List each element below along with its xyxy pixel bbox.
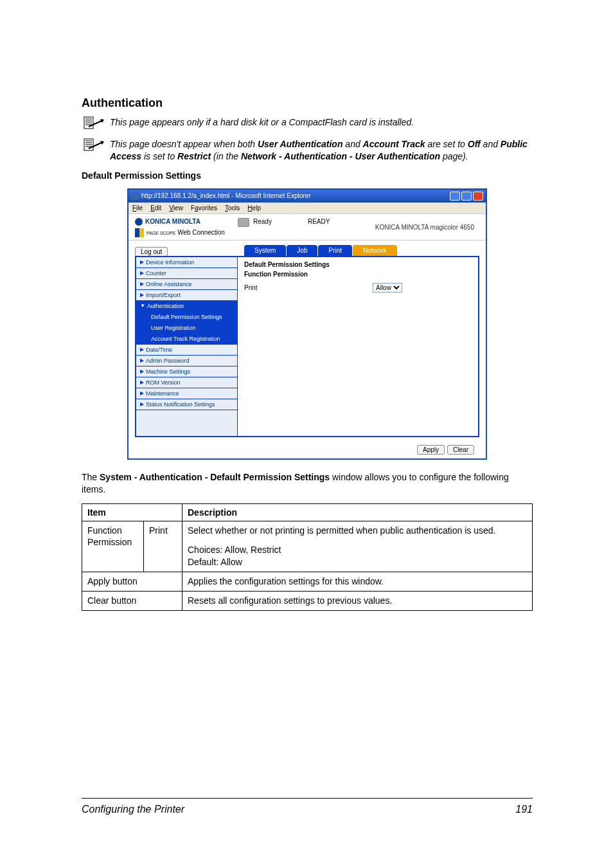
print-permission-label: Print: [244, 284, 373, 291]
subsection-heading: Default Permission Settings: [82, 170, 533, 181]
tab-print[interactable]: Print: [318, 245, 352, 256]
nav-account-track-reg[interactable]: ▶Account Track Registration: [136, 334, 237, 345]
nav-device-info[interactable]: ▶Device Information: [136, 257, 237, 268]
section-heading: Authentication: [82, 96, 533, 110]
th-description: Description: [182, 503, 533, 521]
pagescope-icon: [135, 228, 144, 237]
minimize-button[interactable]: [450, 192, 460, 201]
th-item: Item: [82, 503, 182, 521]
menu-tools[interactable]: Tools: [225, 204, 240, 212]
cell-apply-button: Apply button: [82, 572, 182, 592]
note-icon: [82, 138, 106, 152]
apply-button[interactable]: Apply: [417, 445, 445, 455]
page-number: 191: [515, 804, 533, 815]
nav-date-time[interactable]: ▶Date/Time: [136, 345, 237, 356]
km-logo-icon: [135, 218, 143, 226]
ie-icon: [131, 192, 139, 200]
print-permission-select[interactable]: Allow: [373, 283, 402, 293]
pagescope-label: PAGE SCOPE Web Connection: [147, 229, 225, 236]
cell-function-permission: Function Permission: [82, 521, 144, 572]
content-subhead: Function Permission: [244, 271, 472, 278]
nav-admin-password[interactable]: ▶Admin Password: [136, 356, 237, 366]
body-paragraph: The System - Authentication - Default Pe…: [82, 471, 533, 496]
nav-rom-version[interactable]: ▶ROM Version: [136, 377, 237, 388]
menu-favorites[interactable]: Favorites: [191, 204, 217, 212]
nav-user-registration[interactable]: ▶User Registration: [136, 323, 237, 334]
menu-file[interactable]: File: [132, 204, 143, 212]
tab-system[interactable]: System: [244, 245, 286, 256]
content-title: Default Permission Settings: [244, 261, 472, 268]
status-ready-caps: READY: [308, 218, 330, 225]
nav-machine-settings[interactable]: ▶Machine Settings: [136, 366, 237, 377]
menu-help[interactable]: Help: [247, 204, 261, 212]
nav-maintenance[interactable]: ▶Maintenance: [136, 388, 237, 399]
nav-counter[interactable]: ▶Counter: [136, 268, 237, 279]
clear-button[interactable]: Clear: [447, 445, 474, 455]
nav-import-export[interactable]: ▶Import/Export: [136, 290, 237, 301]
description-table: Item Description Function Permission Pri…: [82, 503, 533, 611]
tab-job[interactable]: Job: [287, 245, 317, 256]
sidebar-nav: ▶Device Information ▶Counter ▶Online Ass…: [136, 257, 238, 436]
note-1-text: This page appears only if a hard disk ki…: [106, 116, 414, 129]
status-ready: Ready: [253, 218, 272, 225]
menu-edit[interactable]: Edit: [150, 204, 161, 212]
note-1: This page appears only if a hard disk ki…: [82, 116, 533, 131]
cell-clear-desc: Resets all configuration settings to pre…: [182, 592, 533, 611]
cell-print: Print: [144, 521, 182, 572]
nav-online-assistance[interactable]: ▶Online Assistance: [136, 279, 237, 290]
cell-print-desc: Select whether or not printing is permit…: [182, 521, 533, 572]
note-icon: [82, 116, 106, 131]
cell-clear-button: Clear button: [82, 592, 182, 611]
menu-view[interactable]: View: [169, 204, 183, 212]
close-button[interactable]: [473, 192, 483, 201]
embedded-screenshot: http://192.168.1.2/a_index.html - Micros…: [127, 188, 487, 460]
tab-network[interactable]: Network: [353, 245, 397, 256]
window-title: http://192.168.1.2/a_index.html - Micros…: [141, 192, 310, 199]
printer-icon: [238, 218, 249, 227]
note-2-text: This page doesn't appear when both User …: [106, 138, 533, 163]
brand-label: KONICA MINOLTA: [145, 218, 200, 225]
nav-default-permission[interactable]: ▶Default Permission Settings: [136, 312, 237, 323]
browser-menubar: File Edit View Favorites Tools Help: [129, 203, 486, 214]
note-2: This page doesn't appear when both User …: [82, 138, 533, 163]
maximize-button[interactable]: [461, 192, 472, 201]
window-titlebar: http://192.168.1.2/a_index.html - Micros…: [129, 190, 486, 203]
nav-authentication[interactable]: ▼Authentication: [136, 301, 237, 312]
nav-status-notification[interactable]: ▶Status Notification Settings: [136, 399, 237, 410]
cell-apply-desc: Applies the configuration settings for t…: [182, 572, 533, 592]
footer-rule: [82, 798, 533, 799]
device-name: KONICA MINOLTA magicolor 4650: [375, 224, 479, 231]
footer-section-title: Configuring the Printer: [82, 804, 184, 815]
